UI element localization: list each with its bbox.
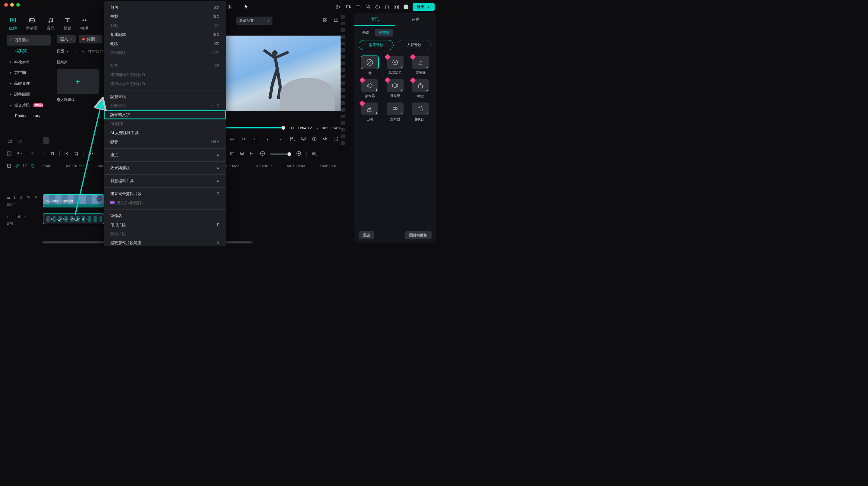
link-icon[interactable] xyxy=(14,163,19,169)
record-dropdown[interactable]: 錄製▾ xyxy=(79,35,102,43)
quality-select[interactable]: 最高品質 ▾ xyxy=(236,17,273,25)
tab-transition[interactable]: 轉場 xyxy=(81,17,88,31)
reset-button[interactable]: 重設 xyxy=(359,231,374,239)
video-clip[interactable]: My Video-highlight ♪ xyxy=(43,195,104,207)
ctx-mute[interactable]: 靜音⇧⌘M xyxy=(104,138,226,147)
marker-flag-icon[interactable]: ▾ xyxy=(289,136,296,142)
sidebar-brand[interactable]: ▸品牌套件 xyxy=(7,78,51,89)
fx-cave[interactable]: ⤓ xyxy=(361,102,378,115)
display-icon[interactable] xyxy=(355,4,361,10)
scissors-icon[interactable] xyxy=(64,151,69,156)
stop-icon[interactable] xyxy=(253,136,258,142)
audio-clip[interactable]: ♪ REC_20241120_131315 xyxy=(43,214,104,224)
ctx-speed[interactable]: 速度▶ xyxy=(104,150,226,159)
lock-icon[interactable] xyxy=(18,215,21,219)
ctx-cut[interactable]: 剪切⌘X xyxy=(104,3,226,12)
maximize-window[interactable] xyxy=(16,3,20,7)
sidebar-compound[interactable]: ▸復合片段NEW xyxy=(7,100,51,111)
ctx-ai-vocal-remove[interactable]: AI 人聲移除工具 xyxy=(104,128,226,138)
sidebar-adjust-layer[interactable]: ▸調整圖層 xyxy=(7,89,51,100)
tab-title[interactable]: 標題 xyxy=(64,17,71,31)
fx-none[interactable] xyxy=(361,56,378,69)
undo-icon[interactable] xyxy=(30,151,36,156)
monitor-icon[interactable] xyxy=(301,136,306,142)
fx-church[interactable]: ⤓ xyxy=(412,79,429,92)
fx-dive[interactable]: ⤓ xyxy=(387,102,404,115)
mute-icon[interactable] xyxy=(25,215,29,219)
rtab-audio[interactable]: 音訊 xyxy=(354,13,395,26)
sidebar-local[interactable]: ▸本地素材 xyxy=(7,56,51,67)
mute-icon[interactable] xyxy=(34,195,38,200)
preview-viewport[interactable] xyxy=(226,36,341,111)
trash-icon[interactable] xyxy=(50,151,55,156)
zoom-out-icon[interactable] xyxy=(260,151,265,157)
audio-mixer-icon[interactable] xyxy=(229,151,235,157)
mark-out-icon[interactable]: } xyxy=(277,136,283,142)
scopes-icon[interactable] xyxy=(333,18,339,23)
export-button[interactable]: 匯出 ▾ xyxy=(412,3,435,11)
sidebar-folder[interactable]: 檔案夾 xyxy=(7,45,51,56)
pointer-icon[interactable]: ▾ xyxy=(16,151,22,156)
visibility-icon[interactable] xyxy=(26,195,30,200)
ctx-copy[interactable]: 複製⌘C xyxy=(104,12,226,21)
fx-amplifier[interactable]: ⤓ xyxy=(361,79,378,92)
layout-icon[interactable] xyxy=(7,151,12,156)
ctx-create-compound[interactable]: 建立複合剪輯片段⌥G xyxy=(104,189,226,199)
mode-vocal[interactable]: 人聲音效 xyxy=(397,40,432,50)
redo-icon[interactable] xyxy=(40,151,45,156)
user-avatar[interactable] xyxy=(404,4,408,9)
ctx-select-range[interactable]: 選取剪輯片段範圍X xyxy=(104,239,226,246)
crop-icon[interactable] xyxy=(73,151,79,156)
sidebar-project-assets[interactable]: ▾項目素材 xyxy=(7,35,51,45)
tab-media[interactable]: 媒體 xyxy=(9,17,17,31)
new-folder-icon[interactable] xyxy=(7,139,13,144)
tab-audio[interactable]: 音訊 xyxy=(47,17,55,31)
apps-icon[interactable] xyxy=(394,4,399,10)
snapshot-icon[interactable] xyxy=(312,136,317,142)
ctx-duplicate[interactable]: 創建副本⌘D xyxy=(104,30,226,39)
fx-radio[interactable]: ⤓ xyxy=(412,102,429,115)
close-window[interactable] xyxy=(4,3,8,7)
send-icon[interactable] xyxy=(336,4,341,10)
lock-icon[interactable] xyxy=(19,195,23,200)
audio-track-icon[interactable]: ♪ xyxy=(7,215,8,219)
mark-in-icon[interactable]: { xyxy=(265,136,271,142)
fullscreen-icon[interactable] xyxy=(333,136,338,142)
ctx-effects-filters[interactable]: 效果與濾鏡▶ xyxy=(104,163,226,173)
keyframe-panel-button[interactable]: 關鍵幀面板 xyxy=(405,231,432,239)
minimize-window[interactable] xyxy=(10,3,14,7)
marker-add-icon[interactable] xyxy=(239,151,245,157)
zoom-slider[interactable] xyxy=(270,153,291,155)
play-icon[interactable] xyxy=(241,136,247,142)
track-height-icon[interactable]: ▾ xyxy=(311,151,317,157)
track-add-icon[interactable] xyxy=(7,163,11,169)
headphones-icon[interactable] xyxy=(384,4,390,10)
ctx-speech-to-text[interactable]: 語音轉文字 xyxy=(104,110,226,119)
playback-progress[interactable] xyxy=(226,127,283,128)
import-dropdown[interactable]: 匯入▾ xyxy=(57,35,76,43)
sidebar-photos-library[interactable]: Photos Library xyxy=(7,111,51,121)
media-add-icon[interactable] xyxy=(346,4,351,10)
preset-dropdown[interactable]: 預設▾ xyxy=(57,47,72,56)
magnet-icon[interactable] xyxy=(22,163,27,169)
fx-surround[interactable]: ⤓ xyxy=(387,79,404,92)
rtab-speed[interactable]: 速度 xyxy=(395,13,436,26)
mode-scene[interactable]: 場景音效 xyxy=(359,40,394,50)
ctx-smart-tools[interactable]: 智慧編輯工具▶ xyxy=(104,176,226,185)
zoom-in-icon[interactable] xyxy=(296,151,301,157)
subtab-basic[interactable]: 基礎 xyxy=(359,29,373,36)
cloud-icon[interactable] xyxy=(375,4,380,10)
subtab-voice-changer[interactable]: 變聲器 xyxy=(375,29,393,36)
import-media-tile[interactable]: + xyxy=(57,69,99,94)
tab-stock[interactable]: 素材庫 xyxy=(26,17,38,31)
sidebar-cloud[interactable]: ▸雲空間 xyxy=(7,67,51,78)
caption-icon[interactable] xyxy=(250,151,255,157)
auto-ripple-icon[interactable] xyxy=(30,163,35,169)
media-search[interactable] xyxy=(82,49,106,54)
fx-gramophone[interactable]: ⤓ xyxy=(412,56,429,69)
volume-icon[interactable] xyxy=(322,136,328,142)
ctx-disable-clip[interactable]: 停用片段E xyxy=(104,220,226,230)
fx-vinyl[interactable]: ⤓ xyxy=(387,56,404,69)
ctx-delete[interactable]: 刪除⌫ xyxy=(104,39,226,48)
ctx-rename[interactable]: 重命名 xyxy=(104,211,226,220)
